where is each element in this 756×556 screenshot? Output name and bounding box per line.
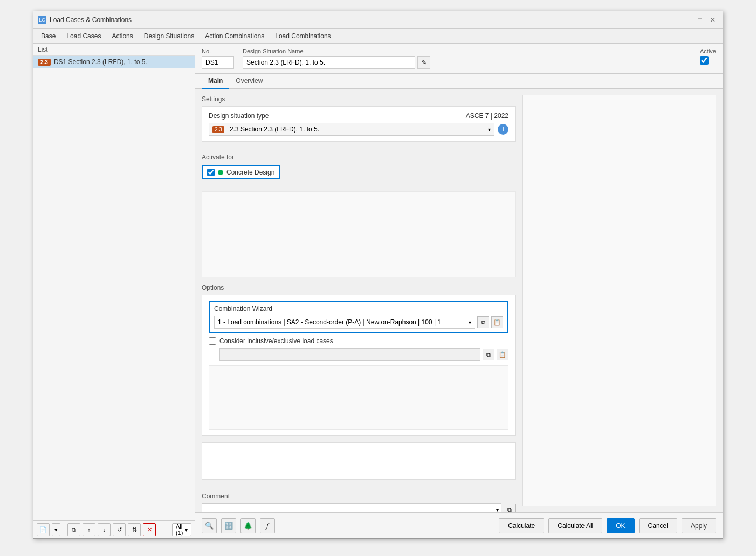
sort-button[interactable]: ⇅ xyxy=(128,523,141,536)
cw-chevron-icon xyxy=(469,318,471,326)
ds-dropdown: 2.3 2.3 Section 2.3 (LRFD), 1. to 5. i xyxy=(209,123,508,136)
maximize-button[interactable]: □ xyxy=(695,15,705,25)
consider-new-button[interactable]: 📋 xyxy=(497,349,508,360)
name-edit-button[interactable]: ✎ xyxy=(417,56,430,69)
consider-label: Consider inclusive/exclusive load cases xyxy=(219,337,333,345)
info-button[interactable]: i xyxy=(498,124,508,135)
filter-label: All (1) xyxy=(176,523,185,536)
calculate-all-button[interactable]: Calculate All xyxy=(548,518,602,533)
comment-chevron-icon xyxy=(496,506,499,512)
ds-type-row: Design situation type ASCE 7 | 2022 xyxy=(209,112,508,120)
filter-chevron-icon xyxy=(185,526,188,533)
empty-area-3 xyxy=(202,442,516,480)
activate-checkbox-row: Concrete Design xyxy=(202,165,280,179)
ds-badge-inline: 2.3 xyxy=(212,126,224,133)
active-label: Active xyxy=(700,48,716,54)
settings-label: Settings xyxy=(202,95,516,103)
menubar: Base Load Cases Actions Design Situation… xyxy=(33,29,723,44)
list-header: List xyxy=(33,44,195,56)
comment-label: Comment xyxy=(202,492,516,500)
cw-select[interactable]: 1 - Load combinations | SA2 - Second-ord… xyxy=(214,316,475,329)
filter-dropdown[interactable]: All (1) xyxy=(172,523,191,536)
consider-row: Consider inclusive/exclusive load cases xyxy=(209,337,508,345)
menu-load-cases[interactable]: Load Cases xyxy=(61,29,106,44)
list-footer: 📄 ▾ ⧉ ↑ ↓ ↺ ⇅ ✕ All (1) xyxy=(33,520,195,538)
ds-version: ASCE 7 | 2022 xyxy=(466,112,508,120)
window-title: Load Cases & Combinations xyxy=(50,16,132,24)
ok-button[interactable]: OK xyxy=(607,518,634,533)
new-dropdown-button[interactable]: ▾ xyxy=(52,523,60,536)
comment-section: Comment ⧉ xyxy=(202,486,516,512)
empty-area-1 xyxy=(202,191,516,277)
detail-header: No. DS1 Design Situation Name Section 2.… xyxy=(195,44,723,74)
options-label: Options xyxy=(202,284,516,291)
apply-button[interactable]: Apply xyxy=(682,518,716,533)
name-field: Design Situation Name Section 2.3 (LRFD)… xyxy=(243,48,430,69)
menu-base[interactable]: Base xyxy=(36,29,61,44)
consider-checkbox[interactable] xyxy=(209,337,216,345)
consider-select-area: ⧉ 📋 xyxy=(219,348,508,361)
app-icon: LC xyxy=(38,16,46,24)
comment-input-row: ⧉ xyxy=(202,503,516,512)
ds-type-select[interactable]: 2.3 2.3 Section 2.3 (LRFD), 1. to 5. xyxy=(209,123,494,136)
comment-copy-button[interactable]: ⧉ xyxy=(504,504,516,512)
right-sidebar xyxy=(522,95,716,506)
name-label: Design Situation Name xyxy=(243,48,430,54)
left-panel: List 2.3 DS1 Section 2.3 (LRFD), 1. to 5… xyxy=(33,44,195,538)
ds-chevron-icon xyxy=(488,126,491,133)
close-button[interactable]: ✕ xyxy=(707,15,718,25)
calculate-button[interactable]: Calculate xyxy=(499,518,544,533)
cw-selected-text: 1 - Load combinations | SA2 - Second-ord… xyxy=(218,318,441,326)
table-icon-button[interactable]: 🔢 xyxy=(221,518,236,533)
activate-label: Activate for xyxy=(202,154,516,161)
tabs: Main Overview xyxy=(195,74,723,89)
renumber-button[interactable]: ↺ xyxy=(113,523,126,536)
tree-icon-button[interactable]: 🌲 xyxy=(240,518,256,533)
search-icon-button[interactable]: 🔍 xyxy=(202,518,217,533)
bottom-icons: 🔍 🔢 🌲 𝑓 xyxy=(202,518,275,533)
new-item-button[interactable]: 📄 xyxy=(37,523,50,536)
list-item-label: DS1 Section 2.3 (LRFD), 1. to 5. xyxy=(54,58,147,66)
move-up-button[interactable]: ↑ xyxy=(83,523,95,536)
no-field: No. DS1 xyxy=(202,48,234,69)
list-item[interactable]: 2.3 DS1 Section 2.3 (LRFD), 1. to 5. xyxy=(33,56,195,68)
concrete-design-checkbox[interactable] xyxy=(207,169,215,176)
name-value[interactable]: Section 2.3 (LRFD), 1. to 5. xyxy=(243,56,415,69)
right-panel: No. DS1 Design Situation Name Section 2.… xyxy=(195,44,723,538)
minimize-button[interactable]: ─ xyxy=(682,15,692,25)
duplicate-button[interactable]: ⧉ xyxy=(67,523,80,536)
cw-label: Combination Wizard xyxy=(214,305,503,312)
menu-load-combinations[interactable]: Load Combinations xyxy=(270,29,336,44)
function-icon-button[interactable]: 𝑓 xyxy=(260,518,275,533)
bottom-buttons: Calculate Calculate All OK Cancel Apply xyxy=(499,518,716,533)
menu-action-combinations[interactable]: Action Combinations xyxy=(200,29,270,44)
green-dot-icon xyxy=(218,170,223,175)
ds-type-label: Design situation type xyxy=(209,112,269,120)
menu-actions[interactable]: Actions xyxy=(106,29,138,44)
move-down-button[interactable]: ↓ xyxy=(98,523,111,536)
tab-main[interactable]: Main xyxy=(202,74,229,89)
cancel-button[interactable]: Cancel xyxy=(639,518,677,533)
combination-wizard-box: Combination Wizard 1 - Load combinations… xyxy=(209,301,508,333)
cw-new-button[interactable]: 📋 xyxy=(491,316,503,328)
consider-input[interactable] xyxy=(219,348,480,361)
main-content: Settings Design situation type ASCE 7 | … xyxy=(195,89,723,512)
cw-edit-button[interactable]: ⧉ xyxy=(477,316,489,328)
no-label: No. xyxy=(202,48,234,54)
menu-design-situations[interactable]: Design Situations xyxy=(139,29,200,44)
options-box: Combination Wizard 1 - Load combinations… xyxy=(202,295,516,436)
delete-button[interactable]: ✕ xyxy=(143,523,156,536)
tab-overview[interactable]: Overview xyxy=(229,74,269,89)
center-content: Settings Design situation type ASCE 7 | … xyxy=(202,95,516,506)
concrete-design-label: Concrete Design xyxy=(226,169,274,176)
active-checkbox[interactable] xyxy=(700,56,709,65)
active-section: Active xyxy=(700,48,716,65)
ds-badge: 2.3 xyxy=(38,59,51,66)
list-items: 2.3 DS1 Section 2.3 (LRFD), 1. to 5. xyxy=(33,56,195,520)
consider-edit-button[interactable]: ⧉ xyxy=(483,349,494,360)
titlebar: LC Load Cases & Combinations ─ □ ✕ xyxy=(33,11,723,29)
activate-section: Activate for Concrete Design xyxy=(202,148,516,185)
no-value[interactable]: DS1 xyxy=(202,56,234,69)
settings-section: Settings Design situation type ASCE 7 | … xyxy=(202,95,516,142)
comment-field[interactable] xyxy=(202,503,501,512)
